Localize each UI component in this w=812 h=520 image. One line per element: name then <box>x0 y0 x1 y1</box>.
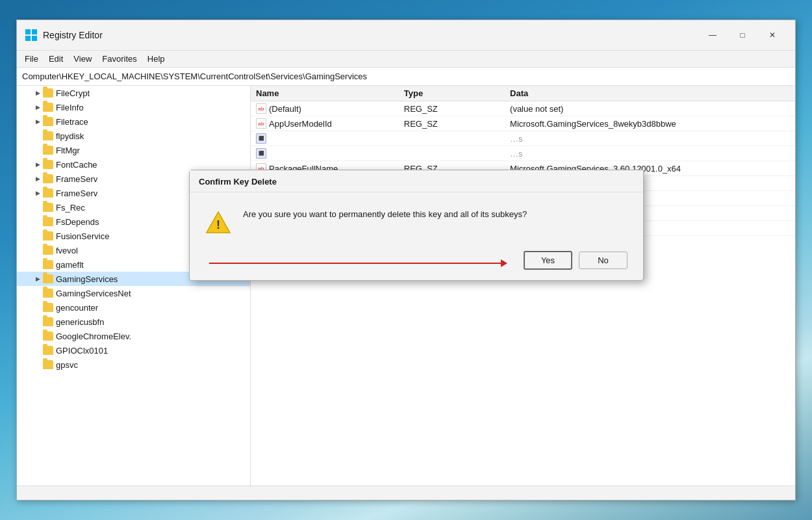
warning-icon: ! <box>205 209 231 235</box>
dialog-overlay: Confirm Key Delete ! Are you sure you wa… <box>17 20 795 500</box>
dialog-title-bar: Confirm Key Delete <box>190 170 643 192</box>
dialog-title: Confirm Key Delete <box>199 177 277 187</box>
registry-editor-window: Registry Editor — □ ✕ File Edit View Fav… <box>16 20 796 500</box>
dialog-footer: Yes No <box>190 246 643 280</box>
arrow-line <box>209 263 501 264</box>
svg-text:!: ! <box>216 218 220 231</box>
arrow-head <box>501 259 507 267</box>
arrow-indicator <box>209 259 507 267</box>
dialog-body: ! Are you sure you want to permanently d… <box>190 192 643 246</box>
confirm-delete-dialog: Confirm Key Delete ! Are you sure you wa… <box>189 170 644 281</box>
dialog-message: Are you sure you want to permanently del… <box>243 208 628 221</box>
yes-button[interactable]: Yes <box>524 251 572 270</box>
no-button[interactable]: No <box>579 252 628 269</box>
